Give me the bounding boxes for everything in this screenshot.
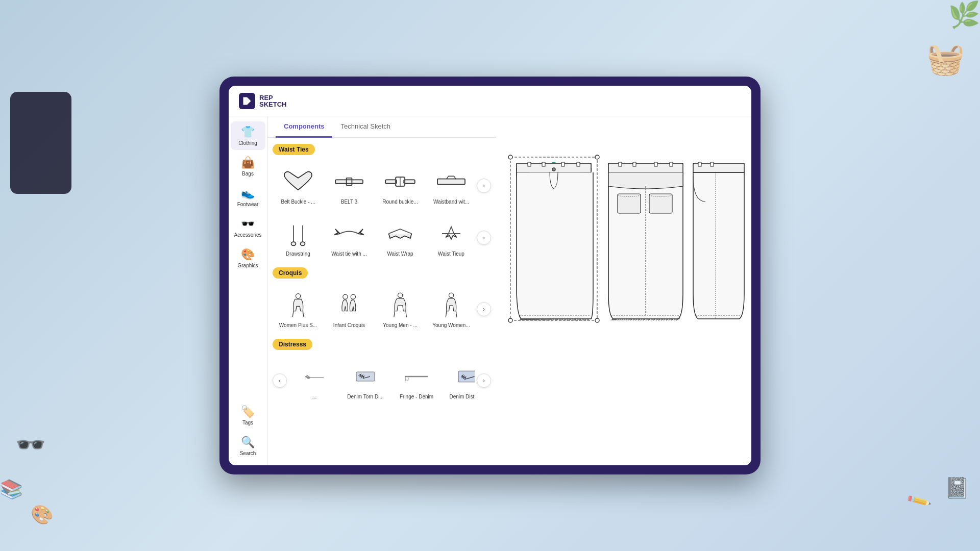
svg-rect-25 xyxy=(458,371,475,382)
item-name-waist-tie: Waist tie with ... xyxy=(331,251,367,257)
item-belt-buckle[interactable]: Belt Buckle - ... xyxy=(273,163,324,208)
item-thumb-distress0 xyxy=(294,361,335,392)
sidebar-label-tags: Tags xyxy=(242,420,253,425)
item-name-infant: Infant Croquis xyxy=(333,322,365,329)
section-label-croquis: Croquis xyxy=(273,267,308,279)
svg-rect-50 xyxy=(698,162,701,166)
item-thumb-young-women xyxy=(431,290,472,320)
monitor-screen: REP SKETCH 👕 Clothing 👜 Bags xyxy=(229,86,751,465)
item-name-waistband: Waistband wit... xyxy=(433,199,469,205)
sidebar-item-bags[interactable]: 👜 Bags xyxy=(231,152,265,181)
sidebar-label-footwear: Footwear xyxy=(237,202,259,207)
sidebar: 👕 Clothing 👜 Bags 👟 Footwear 🕶️ Accessor… xyxy=(229,116,267,465)
item-fringe-denim[interactable]: Fringe - Denim xyxy=(391,358,442,403)
svg-line-22 xyxy=(456,311,457,317)
item-distress0[interactable]: ... xyxy=(289,358,340,403)
item-round-buckle[interactable]: Round buckle... xyxy=(375,163,426,208)
item-thumb-waist-tie xyxy=(329,218,370,249)
tab-technical-sketch[interactable]: Technical Sketch xyxy=(332,116,399,138)
plant-decoration: 🌿 xyxy=(948,0,980,30)
sidebar-item-footwear[interactable]: 👟 Footwear xyxy=(231,183,265,211)
item-thumb-young-men xyxy=(380,290,421,320)
svg-line-18 xyxy=(394,311,395,317)
item-young-men[interactable]: Young Men - ... xyxy=(375,287,426,332)
item-name-young-men: Young Men - ... xyxy=(383,322,417,329)
drawstring-grid: Drawstring xyxy=(273,215,475,260)
item-young-women[interactable]: Young Women... xyxy=(426,287,475,332)
svg-point-9 xyxy=(291,242,296,245)
svg-rect-45 xyxy=(618,194,641,213)
svg-point-29 xyxy=(508,318,512,322)
svg-line-14 xyxy=(303,311,304,317)
svg-rect-33 xyxy=(528,162,531,166)
panel-content: Waist Ties xyxy=(267,138,496,465)
item-women-plus[interactable]: Women Plus S... xyxy=(273,287,324,332)
components-panel: Components Technical Sketch Waist Ties xyxy=(267,116,496,465)
distress-row-nav-right[interactable]: › xyxy=(477,373,491,388)
item-name-round-buckle: Round buckle... xyxy=(382,199,418,205)
svg-point-15 xyxy=(343,294,348,299)
svg-point-16 xyxy=(351,294,355,299)
section-label-waist-ties: Waist Ties xyxy=(273,144,315,155)
logo-rep-text: REP xyxy=(259,94,286,101)
item-denim-torn[interactable]: Denim Torn Di... xyxy=(340,358,391,403)
belt-buckles-row: Belt Buckle - ... xyxy=(273,163,491,208)
sidebar-item-accessories[interactable]: 🕶️ Accessories xyxy=(231,213,265,242)
item-waist-wrap[interactable]: Waist Wrap xyxy=(375,215,426,260)
svg-point-20 xyxy=(449,293,453,297)
desktop-background: 🕶️ 📚 🧺 🌿 📓 ✏️ 🎨 REP SKETCH xyxy=(0,0,980,551)
belt-row-nav-right[interactable]: › xyxy=(477,179,491,193)
drawstring-row-nav-right[interactable]: › xyxy=(477,231,491,245)
item-waist-tie[interactable]: Waist tie with ... xyxy=(324,215,375,260)
app-header: REP SKETCH xyxy=(229,86,751,116)
clothing-icon: 👕 xyxy=(241,126,255,139)
phone-decoration xyxy=(10,92,71,194)
item-denim-distres1[interactable]: Denim Distres... xyxy=(442,358,475,403)
item-waistband[interactable]: Waistband wit... xyxy=(426,163,475,208)
svg-line-19 xyxy=(406,311,407,317)
item-name-belt3: BELT 3 xyxy=(341,199,357,205)
logo-area: REP SKETCH xyxy=(239,93,286,109)
svg-rect-34 xyxy=(542,162,545,166)
sidebar-item-search[interactable]: 🔍 Search xyxy=(231,432,265,460)
item-thumb-infant xyxy=(329,290,370,320)
svg-point-17 xyxy=(398,293,402,297)
svg-point-28 xyxy=(595,155,599,159)
item-drawstring[interactable]: Drawstring xyxy=(273,215,324,260)
pencil-decoration: ✏️ xyxy=(905,487,933,514)
swatches-decoration: 🎨 xyxy=(31,504,54,525)
skirt-sketch-svg xyxy=(501,143,746,439)
search-icon: 🔍 xyxy=(241,436,255,449)
svg-rect-43 xyxy=(654,162,657,166)
item-thumb-denim-distres1 xyxy=(447,361,475,392)
item-infant[interactable]: Infant Croquis xyxy=(324,287,375,332)
sidebar-item-graphics[interactable]: 🎨 Graphics xyxy=(231,244,265,272)
svg-point-38 xyxy=(552,168,555,171)
item-thumb-fringe-denim xyxy=(396,361,437,392)
svg-rect-2 xyxy=(385,180,397,183)
logo-svg xyxy=(242,96,252,106)
accessories-icon: 🕶️ xyxy=(241,217,255,231)
monitor: REP SKETCH 👕 Clothing 👜 Bags xyxy=(219,77,761,474)
item-thumb-belt3 xyxy=(329,166,370,197)
distress-row: ‹ ... xyxy=(273,358,491,403)
item-thumb-women-plus xyxy=(278,290,318,320)
item-thumb-drawstring xyxy=(278,218,318,249)
svg-rect-6 xyxy=(437,179,465,185)
sidebar-label-graphics: Graphics xyxy=(237,263,258,268)
sidebar-label-accessories: Accessories xyxy=(234,232,262,238)
sidebar-item-tags[interactable]: 🏷️ Tags xyxy=(231,401,265,430)
svg-point-12 xyxy=(296,294,300,298)
croquis-row-nav-right[interactable]: › xyxy=(477,302,491,316)
item-waist-tieup[interactable]: Waist Tieup xyxy=(426,215,475,260)
distress-row-nav-left[interactable]: ‹ xyxy=(273,373,287,388)
item-name-waist-wrap: Waist Wrap xyxy=(387,251,413,257)
tab-components[interactable]: Components xyxy=(276,116,332,138)
item-name-drawstring: Drawstring xyxy=(286,251,310,257)
logo-icon xyxy=(239,93,255,109)
item-thumb-waistband xyxy=(431,166,472,197)
sidebar-item-clothing[interactable]: 👕 Clothing xyxy=(231,121,265,150)
item-name-denim-torn: Denim Torn Di... xyxy=(347,394,384,400)
item-belt3[interactable]: BELT 3 xyxy=(324,163,375,208)
tags-icon: 🏷️ xyxy=(241,405,255,418)
